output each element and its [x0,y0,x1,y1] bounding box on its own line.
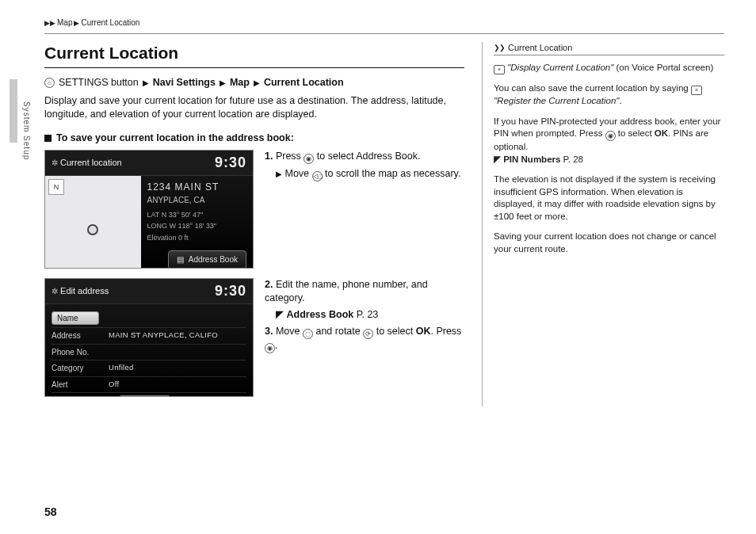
side-section-label: System Setup [21,101,32,160]
voice-cmd-1-note: (on Voice Portal screen) [613,63,713,72]
edit-name-label: Name [52,311,99,326]
edit-address-label: Address [52,330,102,341]
delete-button[interactable]: Delete [52,395,74,397]
nav-path-map: Map [230,76,250,90]
subheading: To save your current location in the add… [44,132,464,145]
move-icon: ◁◌ [312,171,323,181]
right-p3-xref: PIN Numbers [503,154,560,164]
settings-icon: ⌂ [44,78,55,88]
screen2-clock: 9:30 [215,281,246,300]
screenshot-current-location: ✲ Current location 9:30 1234 MAIN ST ANY… [44,150,254,269]
move-down-icon: ◌ [303,329,313,339]
press-icon: ◉ [265,343,275,353]
rotate-icon: ⟳ [363,329,373,339]
right-p4: The elevation is not displayed if the sy… [494,174,724,223]
chevrons-icon: ❯❯ [494,43,505,52]
elevation: Elevation 0 ft [147,233,246,242]
triangle-icon: ▶ [276,170,282,178]
right-p5: Saving your current location does not ch… [494,231,724,255]
screen1-title: Current location [60,158,122,167]
edit-phone-label: Phone No. [52,347,102,358]
address-book-button[interactable]: ▤ Address Book [168,250,246,269]
voice-icon: « [494,65,505,74]
screen1-clock: 9:30 [215,153,246,172]
sidebar-heading-text: Current Location [508,42,572,54]
edit-row-phone[interactable]: Phone No. [52,345,246,361]
edit-category-value: Unfiled [109,363,134,373]
book-icon: ▤ [177,254,184,265]
step1-b: to select Address Book. [314,151,420,162]
page-title: Current Location [44,42,464,64]
triangle-icon: ▶ [254,78,260,89]
map-preview [45,176,141,269]
nav-path-settings: SETTINGS button [59,76,139,90]
edit-address-value: MAIN ST ANYPLACE, CALIFO [109,330,218,341]
step3-a: Move [276,326,303,337]
intro-text: Display and save your current location f… [44,94,464,121]
press-icon: ◉ [605,131,616,141]
chevron-icon: ▶ [74,18,79,28]
voice-icon: « [691,86,702,95]
voice-cmd-2: "Register the Current Location" [494,96,619,105]
sidebar-heading: ❯❯ Current Location [494,42,724,56]
right-p2a: You can also save the current location b… [494,83,691,93]
nav-path-current: Current Location [264,76,344,90]
edit-category-label: Category [52,363,102,374]
right-p3b: to select [616,128,655,138]
ok-button[interactable]: OK [119,395,170,397]
nav-path: ⌂ SETTINGS button ▶ Navi Settings ▶ Map … [44,76,464,90]
breadcrumb: ▶▶ Map ▶ Current Location [44,17,724,29]
step2-xref: Address Book [286,309,353,320]
breadcrumb-b: Current Location [81,17,139,29]
gear-icon: ✲ [52,158,58,167]
chevron-icon: ▶▶ [44,18,55,28]
triangle-icon: ▶ [143,78,149,89]
nav-path-navi: Navi Settings [153,76,216,90]
breadcrumb-a: Map [57,17,72,29]
step3-d: . Press [430,326,461,337]
map-pin-icon [87,224,98,235]
right-p3-page: P. 28 [560,154,583,164]
press-icon: ◉ [304,154,314,164]
edit-alert-value: Off [109,380,119,390]
step1-a: Press [276,151,304,162]
latitude: LAT N 33° 50' 47" [147,210,246,219]
divider [44,33,724,34]
screen2-title: Edit address [60,286,109,296]
address-book-label: Address Book [189,254,238,265]
screenshot-edit-address: ✲ Edit address 9:30 Name Address MAIN ST… [44,278,254,397]
longitude: LONG W 118° 18' 33" [147,221,246,231]
edit-row-name[interactable]: Name [52,309,246,329]
subheading-text: To save your current location in the add… [56,132,294,145]
step2-text: Edit the name, phone number, and categor… [265,279,428,303]
step1-sub-b: to scroll the map as necessary. [323,168,461,179]
address-line-1: 1234 MAIN ST [147,181,246,193]
gear-icon: ✲ [52,287,58,296]
address-line-2: ANYPLACE, CA [147,195,246,206]
triangle-icon: ▶ [220,78,226,89]
xref-icon: ◤ [276,309,284,320]
step2-page: P. 23 [353,309,378,320]
edit-row-address[interactable]: Address MAIN ST ANYPLACE, CALIFO [52,328,246,345]
step3-ok: OK [416,326,431,337]
step3-e: . [275,340,277,351]
right-p3-ok: OK [655,128,668,138]
edit-row-category[interactable]: Category Unfiled [52,360,246,377]
right-p2c: . [619,96,621,105]
side-tab [10,79,17,143]
step1-sub-a: Move [284,168,311,179]
title-rule [44,67,464,68]
square-bullet-icon [44,135,52,142]
voice-cmd-1: "Display Current Location" [507,63,613,72]
page-number: 58 [44,505,57,520]
edit-alert-label: Alert [52,380,102,391]
edit-row-alert[interactable]: Alert Off [52,377,246,394]
step3-c: to select [373,326,416,337]
step3-b: and rotate [313,326,363,337]
xref-icon: ◤ [494,154,501,164]
